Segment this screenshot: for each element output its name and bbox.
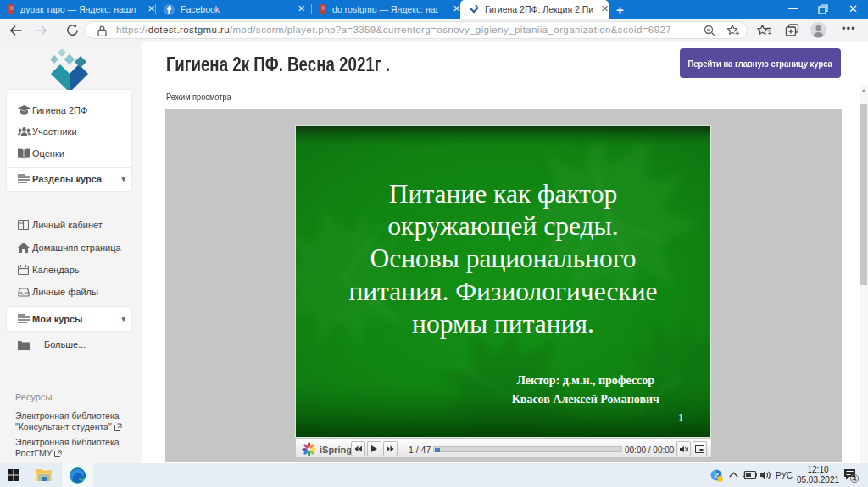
svg-text:4: 4: [852, 473, 856, 483]
